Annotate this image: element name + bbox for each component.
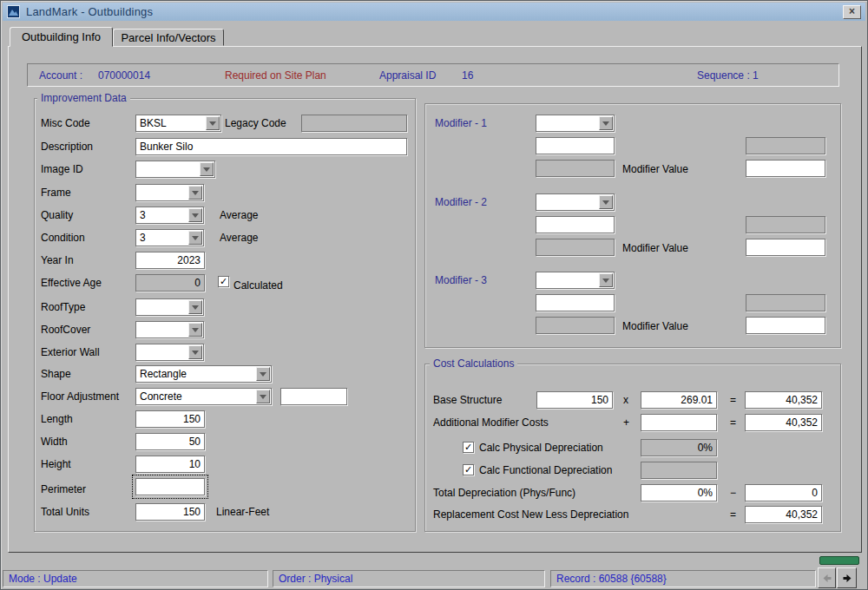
checkmark-icon: ✓ <box>220 277 227 286</box>
shape-select[interactable]: Rectangle <box>135 365 272 383</box>
dropdown-arrow-icon[interactable] <box>599 273 613 287</box>
dropdown-arrow-icon[interactable] <box>188 186 202 200</box>
modifier-1-select[interactable] <box>536 115 615 132</box>
perimeter-input[interactable] <box>135 478 205 495</box>
dropdown-arrow-icon[interactable] <box>188 208 202 222</box>
dropdown-arrow-icon[interactable] <box>599 195 613 209</box>
image-id-select[interactable] <box>135 161 215 178</box>
shape-label: Shape <box>41 368 71 380</box>
exterior-wall-label: Exterior Wall <box>41 346 100 358</box>
record-indicator-pill <box>819 556 859 565</box>
modifier-value-label: Modifier Value <box>622 320 688 332</box>
next-record-button[interactable] <box>837 567 857 588</box>
total-depreciation-input[interactable] <box>641 484 717 502</box>
modifier-2-label: Modifier - 2 <box>435 196 487 208</box>
description-input[interactable] <box>135 138 407 155</box>
equals-operator: = <box>730 394 736 406</box>
status-order: Order : Physical <box>273 570 545 587</box>
base-rate-input[interactable] <box>641 391 717 409</box>
year-in-input[interactable] <box>135 252 205 269</box>
status-mode: Mode : Update <box>3 570 268 587</box>
exterior-wall-select[interactable] <box>135 344 204 361</box>
legacy-code-field <box>301 115 407 132</box>
total-units-label: Total Units <box>41 506 89 518</box>
width-label: Width <box>41 436 68 448</box>
equals-operator: = <box>730 508 736 521</box>
previous-record-button[interactable] <box>818 567 836 588</box>
height-label: Height <box>41 458 71 470</box>
modifier-2-value-input[interactable] <box>746 239 825 256</box>
quality-label: Quality <box>41 209 73 221</box>
misc-code-select[interactable]: BKSL <box>135 115 221 132</box>
dropdown-arrow-icon[interactable] <box>188 345 202 359</box>
modifier-2-select[interactable] <box>536 193 615 211</box>
plus-operator: + <box>623 416 629 429</box>
status-record: Record : 60588 {60588} <box>550 570 816 587</box>
modifier-2-detail-input[interactable] <box>536 216 615 233</box>
physical-depreciation-field <box>641 439 717 456</box>
roof-type-label: RoofType <box>41 301 85 313</box>
modifier-3-select[interactable] <box>536 272 615 289</box>
appraisal-id-value: 16 <box>462 69 473 82</box>
next-arrow-icon <box>842 574 852 583</box>
frame-select[interactable] <box>135 184 204 201</box>
dropdown-arrow-icon[interactable] <box>599 116 613 130</box>
floor-adjustment-extra-input[interactable] <box>280 388 347 405</box>
width-input[interactable] <box>135 433 205 450</box>
quality-select[interactable]: 3 <box>135 206 204 224</box>
dropdown-arrow-icon[interactable] <box>256 390 270 403</box>
rcnld-field <box>745 506 822 523</box>
height-input[interactable] <box>135 456 205 473</box>
roof-type-select[interactable] <box>135 298 204 316</box>
calculated-checkbox[interactable]: ✓ <box>218 276 229 287</box>
prev-arrow-icon <box>822 574 832 583</box>
condition-select[interactable]: 3 <box>135 229 204 246</box>
improvement-data-title: Improvement Data <box>37 92 130 104</box>
appraisal-id-label: Appraisal ID <box>379 69 436 82</box>
total-depreciation-label: Total Depreciation (Phys/Func) <box>433 487 575 499</box>
modifier-1-factor-field <box>746 137 825 154</box>
dropdown-arrow-icon[interactable] <box>206 116 220 130</box>
account-value: 070000014 <box>98 69 150 82</box>
landmark-outbuildings-window: LandMark - Outbuildings × Outbuilding In… <box>0 0 868 590</box>
modifier-3-value-input[interactable] <box>746 317 825 334</box>
floor-adjustment-select[interactable]: Concrete <box>135 388 272 405</box>
calc-functional-depreciation-checkbox[interactable]: ✓ <box>463 464 474 475</box>
sequence-label: Sequence : 1 <box>697 69 759 82</box>
dropdown-arrow-icon[interactable] <box>200 162 214 176</box>
cost-calculations-title: Cost Calculations <box>430 357 517 370</box>
floor-adjustment-label: Floor Adjustment <box>41 390 119 403</box>
modifier-1-value-input[interactable] <box>746 160 825 177</box>
modifier-value-label: Modifier Value <box>622 163 688 175</box>
modifier-value-label: Modifier Value <box>622 242 688 254</box>
length-input[interactable] <box>135 410 205 428</box>
modifier-1-label: Modifier - 1 <box>435 117 487 129</box>
modifier-1-detail-input[interactable] <box>536 137 615 154</box>
calc-physical-depreciation-checkbox[interactable]: ✓ <box>463 442 474 453</box>
modifier-2-adjustment-field <box>536 239 615 256</box>
dropdown-arrow-icon[interactable] <box>256 367 270 381</box>
account-label: Account : <box>39 69 82 82</box>
total-units-input[interactable] <box>135 503 205 521</box>
base-units-input[interactable] <box>536 391 613 409</box>
improvement-data-group <box>34 98 416 532</box>
rcnld-label: Replacement Cost New Less Depreciation <box>433 508 628 521</box>
modifier-3-detail-input[interactable] <box>536 294 615 311</box>
equals-operator: = <box>730 416 736 429</box>
roof-cover-select[interactable] <box>135 321 204 338</box>
dropdown-arrow-icon[interactable] <box>188 231 202 245</box>
legacy-code-label: Legacy Code <box>225 117 286 129</box>
additional-costs-input[interactable] <box>641 414 717 431</box>
image-id-label: Image ID <box>41 163 83 175</box>
calculated-label: Calculated <box>233 279 283 292</box>
dropdown-arrow-icon[interactable] <box>188 300 202 314</box>
dropdown-arrow-icon[interactable] <box>188 323 202 337</box>
description-label: Description <box>41 141 93 153</box>
length-label: Length <box>41 413 73 425</box>
modifier-3-adjustment-field <box>536 317 615 334</box>
misc-code-value: BKSL <box>140 117 205 129</box>
perimeter-label: Perimeter <box>41 483 86 495</box>
modifier-3-label: Modifier - 3 <box>435 274 487 286</box>
quality-value: 3 <box>140 209 187 221</box>
calc-physical-depreciation-label: Calc Physical Depreciation <box>479 442 603 454</box>
